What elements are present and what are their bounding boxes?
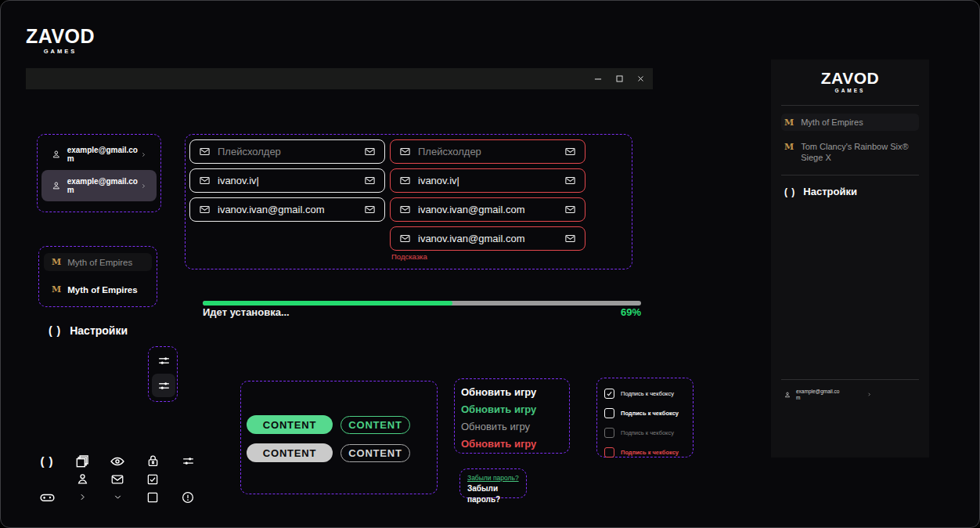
primary-button-disabled[interactable]: CONTENT (247, 443, 333, 462)
sidebar: ZAVOD GAMES M Myth of Empires M Tom Clan… (771, 60, 929, 457)
alert-circle-icon (178, 488, 197, 506)
text-fields-card: Подсказка (185, 134, 632, 269)
person-icon (51, 149, 62, 160)
app-window: ZAVOD GAMES example@gmail.com example@gm… (0, 0, 980, 528)
email-input[interactable] (418, 175, 557, 186)
buttons-card: CONTENT CONTENT CONTENT CONTENT (240, 381, 438, 494)
forgot-password-link-bold[interactable]: Забыли пароль? (467, 483, 519, 505)
mail-icon (399, 204, 411, 215)
checkbox-checked-icon (143, 470, 162, 488)
mail-icon (564, 146, 576, 157)
chevron-down-icon (108, 488, 127, 506)
email-input[interactable] (218, 146, 357, 157)
mail-icon (364, 175, 376, 186)
secondary-button[interactable]: CONTENT (340, 416, 410, 434)
sidebar-settings-item[interactable]: Настройки (784, 186, 857, 197)
game-item-active[interactable]: M Myth of Empires (44, 280, 152, 298)
checkbox-checked[interactable]: Подпись к чекбоксу (604, 384, 686, 403)
empty-cell (38, 470, 56, 488)
email-input[interactable] (218, 175, 357, 186)
brand-name: ZAVOD (26, 27, 95, 46)
mail-icon (564, 204, 576, 215)
mail-icon (399, 175, 411, 186)
check-icon (606, 390, 613, 397)
checkboxes-card: Подпись к чекбоксу Подпись к чекбоксу По… (596, 378, 694, 457)
mail-icon (108, 470, 127, 488)
window-titlebar (26, 68, 653, 89)
checkbox-box[interactable] (604, 428, 614, 438)
maximize-button[interactable] (614, 74, 625, 85)
game-title: Tom Clancy's Rainbow Six® Siege X (801, 141, 917, 163)
divider (781, 105, 919, 106)
chevron-right-icon (140, 183, 147, 190)
person-icon (784, 391, 791, 399)
checkbox-unchecked[interactable]: Подпись к чекбоксу (604, 403, 686, 423)
checkbox-box[interactable] (604, 389, 614, 399)
chevron-right-icon (73, 488, 92, 506)
email-input[interactable] (418, 233, 557, 244)
sidebar-logo: ZAVOD GAMES (771, 70, 929, 94)
email-input[interactable] (218, 204, 357, 215)
sliders-icon-button-boxed[interactable] (152, 374, 175, 397)
update-game-link-hover[interactable]: Обновить игру (461, 401, 563, 418)
email-input[interactable] (418, 146, 557, 157)
checkbox-error[interactable]: Подпись к чекбоксу (604, 443, 686, 462)
mail-icon (564, 175, 576, 186)
chevron-right-icon (140, 151, 147, 158)
close-button[interactable] (635, 74, 646, 85)
sliders-icon-button[interactable] (152, 349, 175, 372)
text-field-error-placeholder (390, 139, 585, 164)
code-parentheses-icon (784, 186, 795, 197)
progress-status: Идет установка... (203, 306, 290, 318)
account-email: example@gmail.com (796, 389, 841, 401)
update-game-link-error[interactable]: Обновить игру (461, 436, 563, 453)
progress-percent: 69% (621, 306, 641, 318)
mail-icon (399, 146, 411, 157)
game-title: Myth of Empires (67, 258, 132, 267)
update-game-link-disabled[interactable]: Обновить игру (461, 418, 563, 436)
divider (781, 175, 919, 175)
account-item-selected[interactable]: example@gmail.com (41, 170, 157, 201)
person-icon (51, 180, 62, 191)
forgot-password-card: Забыли пароль? Забыли пароль? (459, 468, 527, 498)
game-item-dimmed[interactable]: M Myth of Empires (44, 253, 152, 271)
primary-button[interactable]: CONTENT (247, 415, 333, 434)
eye-icon (108, 452, 127, 470)
checkbox-label: Подпись к чекбоксу (621, 449, 679, 456)
text-field-placeholder (189, 139, 385, 164)
progress-fill (203, 301, 452, 306)
game-title: Myth of Empires (801, 117, 863, 128)
settings-label: Настройки (70, 324, 128, 337)
checkbox-disabled[interactable]: Подпись к чекбоксу (604, 423, 686, 443)
gamepad-icon (38, 488, 56, 506)
account-list-card: example@gmail.com example@gmail.com (37, 134, 161, 212)
icon-set (38, 452, 197, 506)
text-field-error-typing (390, 168, 585, 193)
text-field-filled (189, 197, 385, 222)
forgot-password-link[interactable]: Забыли пароль? (467, 473, 519, 483)
checkbox-label: Подпись к чекбоксу (621, 410, 679, 417)
settings-label: Настройки (803, 186, 857, 197)
checkbox-box[interactable] (604, 408, 614, 418)
checkbox-box[interactable] (604, 447, 614, 457)
code-parentheses-icon (38, 452, 56, 470)
sidebar-game-myth-of-empires[interactable]: M Myth of Empires (781, 114, 919, 131)
checkbox-label: Подпись к чекбоксу (621, 390, 674, 397)
account-item[interactable]: example@gmail.com (41, 139, 157, 170)
settings-item[interactable]: Настройки (49, 324, 128, 337)
email-input[interactable] (418, 204, 557, 215)
brand-logo: ZAVOD GAMES (27, 27, 94, 55)
secondary-button-disabled[interactable]: CONTENT (340, 444, 410, 462)
mail-icon (199, 175, 211, 186)
minimize-button[interactable] (593, 74, 603, 85)
update-game-link[interactable]: Обновить игру (461, 384, 563, 401)
myth-of-empires-icon: M (784, 118, 794, 127)
mail-icon (199, 204, 211, 215)
myth-of-empires-icon: M (52, 285, 61, 294)
checkbox-label: Подпись к чекбоксу (621, 429, 674, 436)
sliders-icon (178, 452, 197, 470)
text-links-card: Обновить игру Обновить игру Обновить игр… (454, 378, 570, 454)
sidebar-account-item[interactable]: example@gmail.com (784, 389, 872, 401)
sidebar-game-rainbow-six[interactable]: M Tom Clancy's Rainbow Six® Siege X (781, 138, 919, 166)
field-hint: Подсказка (391, 252, 427, 261)
